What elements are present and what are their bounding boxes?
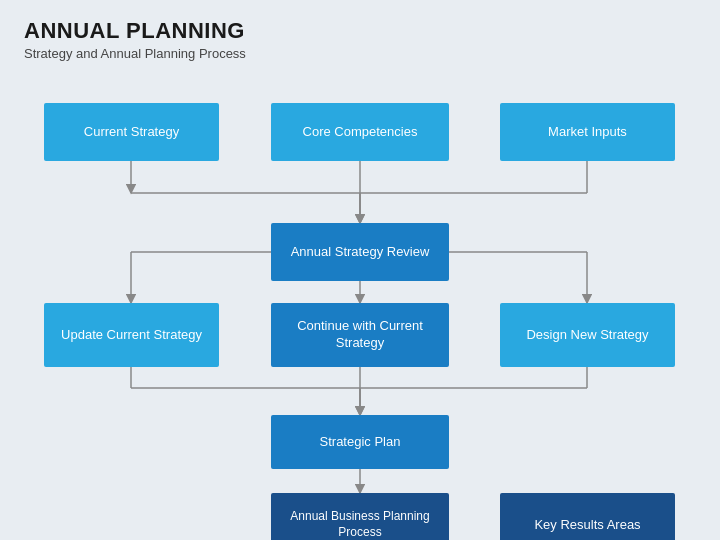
continue-current-strategy-box: Continue with Current Strategy bbox=[271, 303, 449, 367]
update-current-strategy-box: Update Current Strategy bbox=[44, 303, 219, 367]
diagram: Current Strategy Core Competencies Marke… bbox=[24, 75, 696, 505]
page-subtitle: Strategy and Annual Planning Process bbox=[24, 46, 696, 61]
market-inputs-box: Market Inputs bbox=[500, 103, 675, 161]
key-results-areas-box: Key Results Areas bbox=[500, 493, 675, 540]
annual-strategy-review-box: Annual Strategy Review bbox=[271, 223, 449, 281]
current-strategy-box: Current Strategy bbox=[44, 103, 219, 161]
page-title: ANNUAL PLANNING bbox=[24, 18, 696, 44]
core-competencies-box: Core Competencies bbox=[271, 103, 449, 161]
annual-business-planning-box: Annual Business Planning Process bbox=[271, 493, 449, 540]
slide: ANNUAL PLANNING Strategy and Annual Plan… bbox=[0, 0, 720, 540]
strategic-plan-box: Strategic Plan bbox=[271, 415, 449, 469]
design-new-strategy-box: Design New Strategy bbox=[500, 303, 675, 367]
